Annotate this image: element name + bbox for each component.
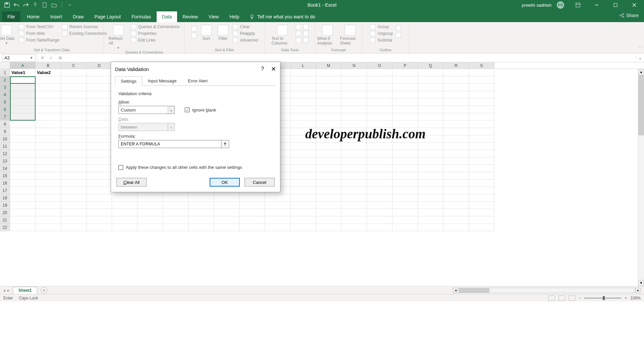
range-picker-icon[interactable] bbox=[221, 140, 229, 148]
allow-label: Allow: bbox=[118, 99, 273, 105]
chevron-down-icon: ⌄ bbox=[168, 123, 174, 131]
cancel-button[interactable]: Cancel bbox=[245, 178, 275, 187]
data-validation-dialog: Data Validation ? ✕ Settings Input Messa… bbox=[111, 62, 280, 192]
ignore-blank-checkbox[interactable]: ✓ bbox=[185, 108, 190, 112]
dialog-tab-error-alert[interactable]: Error Alert bbox=[182, 76, 213, 85]
ok-button[interactable]: OK bbox=[210, 178, 240, 187]
clear-all-button[interactable]: Clear All bbox=[116, 178, 147, 187]
ignore-blank-label: Ignore blank bbox=[192, 108, 216, 113]
apply-all-checkbox[interactable] bbox=[118, 165, 123, 170]
formula-input-field[interactable] bbox=[118, 140, 221, 148]
formula-label: Formula: bbox=[118, 134, 273, 139]
apply-all-label: Apply these changes to all other cells w… bbox=[126, 165, 242, 170]
validation-criteria-label: Validation criteria bbox=[118, 91, 273, 96]
chevron-down-icon[interactable]: ⌄ bbox=[168, 106, 174, 114]
dialog-help-icon[interactable]: ? bbox=[261, 66, 264, 72]
data-select: between⌄ bbox=[118, 123, 175, 131]
data-label: Data: bbox=[118, 117, 273, 122]
dialog-title: Data Validation bbox=[115, 66, 149, 72]
dialog-tab-settings[interactable]: Settings bbox=[115, 76, 142, 86]
dialog-tab-input-message[interactable]: Input Message bbox=[142, 76, 182, 85]
allow-select[interactable]: Custom⌄ bbox=[118, 106, 175, 114]
dialog-close-icon[interactable]: ✕ bbox=[271, 65, 276, 73]
